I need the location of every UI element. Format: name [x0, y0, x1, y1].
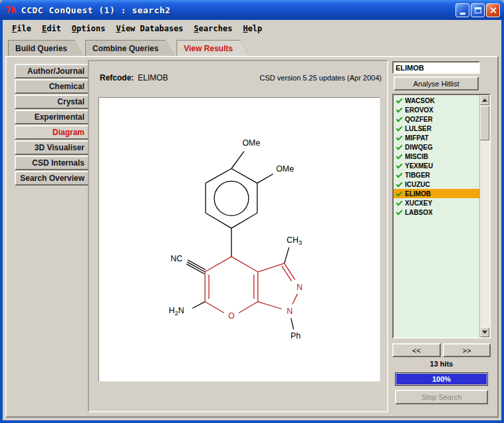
hit-label: ELIMOB	[405, 190, 431, 198]
aromatic-ring-circle	[214, 181, 249, 215]
maximize-button[interactable]	[471, 3, 485, 17]
minimize-button[interactable]	[455, 3, 469, 17]
sidebar-item-author-journal[interactable]: Author/Journal	[15, 64, 90, 78]
scroll-up-button[interactable]	[480, 95, 489, 105]
structure-canvas: OMeOMeCH3NCH2NONNPh	[98, 97, 380, 382]
check-icon	[396, 162, 402, 169]
minimize-icon	[460, 13, 465, 15]
hit-label: ICUZUC	[405, 181, 430, 188]
sidebar-item-experimental[interactable]: Experimental	[15, 110, 90, 124]
menu-item-options[interactable]: Options	[66, 22, 111, 35]
app-icon: 7k	[5, 5, 17, 15]
work-area: Author/JournalChemicalCrystalExperimenta…	[5, 56, 499, 418]
bond	[231, 152, 244, 169]
hit-label: QOZFER	[405, 116, 433, 123]
bond	[293, 294, 298, 305]
hits-count: 13 hits	[392, 360, 491, 368]
list-item-diwqeg[interactable]: DIWQEG	[394, 142, 479, 152]
list-item-yexmeu[interactable]: YEXMEU	[394, 161, 479, 170]
bond	[282, 266, 292, 281]
menu-item-searches[interactable]: Searches	[189, 22, 238, 35]
sidebar-item-crystal[interactable]: Crystal	[15, 94, 90, 109]
bond	[192, 302, 205, 309]
tab-combine-queries[interactable]: Combine Queries	[85, 40, 174, 56]
sidebar-item-search-overview[interactable]: Search Overview	[15, 171, 90, 186]
list-item-lulser[interactable]: LULSER	[394, 124, 479, 133]
atom-label: OMe	[276, 164, 294, 174]
atom-label: OMe	[242, 138, 260, 148]
tab-build-queries[interactable]: Build Queries	[8, 40, 83, 56]
menu-item-edit[interactable]: Edit	[37, 22, 66, 35]
hit-label: DIWQEG	[405, 144, 433, 151]
hit-label: MIFPAT	[405, 134, 429, 142]
menu-item-view-databases[interactable]: View Databases	[110, 22, 188, 35]
csd-version-text: CSD version 5.25 updates (Apr 2004)	[260, 74, 382, 82]
next-hit-button[interactable]: >>	[443, 343, 491, 357]
scrollbar-thumb[interactable]	[480, 106, 489, 140]
arrow-up-icon	[482, 98, 487, 102]
hit-label: LABSOX	[405, 209, 433, 216]
refcode: Refcode:ELIMOB	[100, 73, 168, 82]
list-item-qozfer[interactable]: QOZFER	[394, 114, 479, 124]
molecule-diagram: OMeOMeCH3NCH2NONNPh	[99, 98, 380, 381]
hit-label: YEXMEU	[405, 162, 433, 170]
stop-search-button[interactable]: Stop Search	[395, 390, 488, 404]
bond	[285, 247, 289, 263]
check-icon	[396, 116, 402, 122]
window-title: CCDC ConQuest (1) : search2	[21, 5, 455, 15]
hit-label: MISCIB	[405, 153, 428, 160]
window-content: FileEditOptionsView DatabasesSearchesHel…	[3, 20, 501, 420]
scroll-down-button[interactable]	[480, 327, 489, 337]
progress-fill: 100%	[396, 374, 487, 384]
atom-label: N	[297, 283, 303, 292]
maximize-icon	[475, 7, 481, 13]
close-button[interactable]	[486, 3, 500, 17]
hit-label: XUCXEY	[405, 200, 432, 207]
list-item-wacsok[interactable]: WACSOK	[394, 96, 479, 105]
app-window: 7k CCDC ConQuest (1) : search2 FileEditO…	[0, 0, 504, 423]
menu-item-help[interactable]: Help	[237, 22, 267, 35]
close-icon	[489, 7, 497, 14]
list-item-erovox[interactable]: EROVOX	[394, 105, 479, 114]
menu-item-file[interactable]: File	[7, 22, 37, 35]
atom-label: O	[228, 311, 235, 321]
bond	[186, 264, 204, 274]
hit-label: LULSER	[405, 125, 432, 132]
tab-label: View Results	[177, 41, 249, 56]
list-item-elimob[interactable]: ELIMOB	[394, 189, 479, 198]
check-icon	[396, 97, 402, 104]
list-item-tibger[interactable]: TIBGER	[394, 170, 479, 180]
bond	[231, 169, 257, 184]
list-item-miscib[interactable]: MISCIB	[394, 152, 479, 161]
hitlist-scrollbar[interactable]	[479, 95, 489, 337]
bond	[188, 260, 205, 270]
atom-label: CH3	[287, 235, 302, 246]
sidebar-item-chemical[interactable]: Chemical	[15, 79, 90, 94]
sidebar-item-csd-internals[interactable]: CSD Internals	[15, 156, 90, 170]
bond	[239, 302, 258, 313]
bond	[187, 262, 205, 272]
tab-label: Build Queries	[9, 41, 83, 56]
atom-label: N	[287, 307, 293, 316]
list-item-xucxey[interactable]: XUCXEY	[394, 198, 479, 208]
atom-label: H2N	[169, 306, 184, 317]
hitlist: WACSOKEROVOXQOZFERLULSERMIFPATDIWQEGMISC…	[394, 96, 479, 337]
sidebar: Author/JournalChemicalCrystalExperimenta…	[15, 64, 90, 186]
sidebar-item-3d-visualiser[interactable]: 3D Visualiser	[15, 140, 90, 155]
previous-hit-button[interactable]: <<	[392, 343, 441, 357]
hitlist-panel: Analyse Hitlist WACSOKEROVOXQOZFERLULSER…	[392, 60, 495, 415]
check-icon	[396, 106, 402, 113]
list-item-labsox[interactable]: LABSOX	[394, 208, 479, 217]
sidebar-item-diagram[interactable]: Diagram	[15, 125, 90, 140]
list-item-mifpat[interactable]: MIFPAT	[394, 133, 479, 142]
result-panel: Refcode:ELIMOB CSD version 5.25 updates …	[88, 60, 388, 412]
bond	[258, 263, 285, 272]
refcode-label: Refcode:	[100, 73, 134, 82]
refcode-input[interactable]	[392, 61, 480, 74]
hit-label: WACSOK	[405, 97, 435, 104]
tab-view-results[interactable]: View Results	[176, 40, 249, 56]
check-icon	[396, 144, 402, 150]
analyse-hitlist-button[interactable]: Analyse Hitlist	[394, 76, 479, 90]
title-bar: 7k CCDC ConQuest (1) : search2	[0, 0, 504, 20]
list-item-icuzuc[interactable]: ICUZUC	[394, 180, 479, 189]
